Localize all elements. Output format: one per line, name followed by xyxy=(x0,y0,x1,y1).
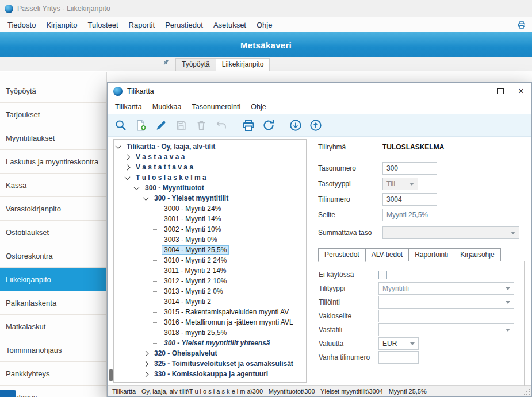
tasotyyppi-select[interactable]: Tili xyxy=(382,178,418,190)
sidebar-item[interactable]: Laskutus ja myyntireskontra xyxy=(0,150,106,174)
tree-row[interactable]: 3000 - Myynti 24% xyxy=(114,203,306,214)
tree-row[interactable]: 3001 - Myynti 14% xyxy=(114,214,306,224)
new-document-button[interactable] xyxy=(132,117,150,134)
tree-item-label: 3001 - Myynti 14% xyxy=(162,214,223,223)
save-button[interactable] xyxy=(173,117,190,134)
print-icon[interactable] xyxy=(517,21,526,29)
tree-row[interactable]: 3010 - Myynti 2 24% xyxy=(114,255,306,265)
sidebar-item[interactable]: Toiminnanohjaus xyxy=(0,338,106,362)
tree-row[interactable]: 3016 - Metalliromun ja -jätteen myynti A… xyxy=(114,317,306,327)
tree-row[interactable]: 300 - Yleiset myyntitilit yhteensä xyxy=(114,338,306,348)
tilinumero-input[interactable] xyxy=(382,193,437,206)
sidebar-item[interactable]: Ostoreskontra xyxy=(0,244,106,268)
pin-icon[interactable] xyxy=(162,58,170,68)
tree-row[interactable]: 300 - Myyntituotot xyxy=(114,183,306,193)
chevron-right-icon[interactable] xyxy=(143,361,149,367)
tasonumero-input[interactable] xyxy=(382,162,437,175)
tree-row[interactable]: 3018 - myynti 25,5% xyxy=(114,327,306,338)
chevron-down-icon[interactable] xyxy=(143,195,149,201)
selite-input[interactable] xyxy=(382,209,519,221)
tree-row[interactable]: 3011 - Myynti 2 14% xyxy=(114,265,306,276)
tree-connector xyxy=(153,240,159,240)
tasotyyppi-label: Tasotyyppi xyxy=(318,180,382,188)
workspace-tab[interactable]: Liikekirjanpito xyxy=(216,58,270,71)
chevron-right-icon[interactable] xyxy=(125,154,131,160)
sidebar-item[interactable]: Ostotilaukset xyxy=(0,221,106,244)
tree-connector xyxy=(153,209,159,209)
search-button[interactable] xyxy=(112,117,129,134)
workspace-tab[interactable]: Työpöytä xyxy=(175,58,216,71)
menubar-item[interactable]: Tulosteet xyxy=(83,19,124,31)
tree-row[interactable]: 3003 - Myynti 0% xyxy=(114,234,306,245)
move-down-button[interactable] xyxy=(287,117,304,134)
dialog-window-controls: – × xyxy=(469,83,531,100)
print-button[interactable] xyxy=(240,117,257,134)
summattava-select[interactable] xyxy=(382,226,519,239)
dialog-menu-item[interactable]: Tilikartta xyxy=(110,101,147,113)
menubar-item[interactable]: Raportit xyxy=(124,19,160,31)
edit-pencil-button[interactable] xyxy=(152,117,170,134)
scrollbar-thumb[interactable] xyxy=(109,369,113,381)
chevron-down-icon[interactable] xyxy=(116,143,121,149)
menubar-item[interactable]: Asetukset xyxy=(208,19,251,31)
tree-row[interactable]: 3004 - Myynti 25,5% xyxy=(114,245,306,255)
form-tab[interactable]: Kirjausohje xyxy=(454,248,500,261)
tree-row[interactable]: 3015 - Rakentamispalveluiden myynti AV xyxy=(114,307,306,317)
close-button[interactable]: × xyxy=(511,83,531,100)
tiliointi-select[interactable] xyxy=(378,296,514,309)
sidebar-item[interactable]: Kassa xyxy=(0,174,106,197)
undo-button[interactable] xyxy=(213,117,230,134)
chevron-down-icon[interactable] xyxy=(134,184,140,190)
chevron-right-icon[interactable] xyxy=(143,371,149,377)
dialog-menu-item[interactable]: Muokkaa xyxy=(147,101,187,113)
move-up-button[interactable] xyxy=(307,117,324,134)
vastatili-select[interactable] xyxy=(378,323,514,336)
resize-grip[interactable] xyxy=(523,388,530,395)
dialog-titlebar[interactable]: Tilikartta – × xyxy=(108,83,531,100)
dialog-menu-item[interactable]: Tasonumerointi xyxy=(187,101,246,113)
sidebar-item[interactable]: Palkanlaskenta xyxy=(0,291,106,315)
sidebar-item[interactable]: Pankkiyhteys xyxy=(0,362,106,386)
tree-row[interactable]: T u l o s l a s k e l m a xyxy=(114,172,306,183)
tree-row[interactable]: 3014 - Myynti 2 xyxy=(114,296,306,307)
form-tab[interactable]: Raportointi xyxy=(408,248,454,261)
sidebar-item[interactable]: Matkalaskut xyxy=(0,315,106,338)
tilityyppi-select[interactable]: Myyntitili xyxy=(378,282,514,295)
menubar-item[interactable]: Tiedosto xyxy=(2,19,41,31)
dialog-statusbar: Tilikartta - Oy, laaja, alv-tilit\T u l … xyxy=(108,385,531,396)
ei-kaytossa-checkbox[interactable] xyxy=(378,271,387,279)
tree-row[interactable]: 3012 - Myynti 2 10% xyxy=(114,276,306,286)
tree-row[interactable]: 3013 - Myynti 2 0% xyxy=(114,286,306,296)
vakioselite-input[interactable] xyxy=(378,310,514,322)
chevron-down-icon[interactable] xyxy=(125,174,131,180)
maximize-button[interactable] xyxy=(490,83,511,100)
tree-row[interactable]: 325 - Toimitusveloitukset ja osamaksulis… xyxy=(114,359,306,369)
tree-row[interactable]: Tilikartta - Oy, laaja, alv-tilit xyxy=(114,141,306,152)
chevron-right-icon[interactable] xyxy=(125,164,131,170)
account-form: Tiliryhmä TULOSLASKELMA Tasonumero Tasot… xyxy=(318,141,525,386)
dialog-menu-item[interactable]: Ohje xyxy=(246,101,271,113)
tree-row[interactable]: 3002 - Myynti 10% xyxy=(114,224,306,234)
tree-row[interactable]: V a s t a t t a v a a xyxy=(114,162,306,172)
tree-row[interactable]: V a s t a a v a a xyxy=(114,152,306,162)
delete-button[interactable] xyxy=(193,117,210,134)
menubar-item[interactable]: Perustiedot xyxy=(160,19,208,31)
minimize-button[interactable]: – xyxy=(469,83,490,100)
form-tab[interactable]: ALV-tiedot xyxy=(365,248,409,261)
vanha-tilinumero-input[interactable] xyxy=(378,351,419,364)
sidebar-item[interactable]: Tarjoukset xyxy=(0,103,106,126)
sidebar-item[interactable]: Liikekirjanpito xyxy=(0,268,106,291)
menubar-item[interactable]: Ohje xyxy=(251,19,277,31)
tree-row[interactable]: 300 - Yleiset myyntitilit xyxy=(114,193,306,203)
valuutta-select[interactable]: EUR xyxy=(378,337,419,350)
sidebar-item[interactable]: Myyntitilaukset xyxy=(0,126,106,150)
chevron-right-icon[interactable] xyxy=(143,350,149,356)
tilinumero-label: Tilinumero xyxy=(318,195,382,204)
refresh-button[interactable] xyxy=(260,117,277,134)
sidebar-item[interactable]: Työpöytä xyxy=(0,79,106,103)
form-tab[interactable]: Perustiedot xyxy=(318,248,366,262)
tree-row[interactable]: 330 - Komissiokauppa ja agentuuri xyxy=(114,369,306,379)
menubar-item[interactable]: Kirjanpito xyxy=(41,19,82,31)
tree-row[interactable]: 320 - Oheispalvelut xyxy=(114,348,306,359)
sidebar-item[interactable]: Varastokirjanpito xyxy=(0,197,106,221)
